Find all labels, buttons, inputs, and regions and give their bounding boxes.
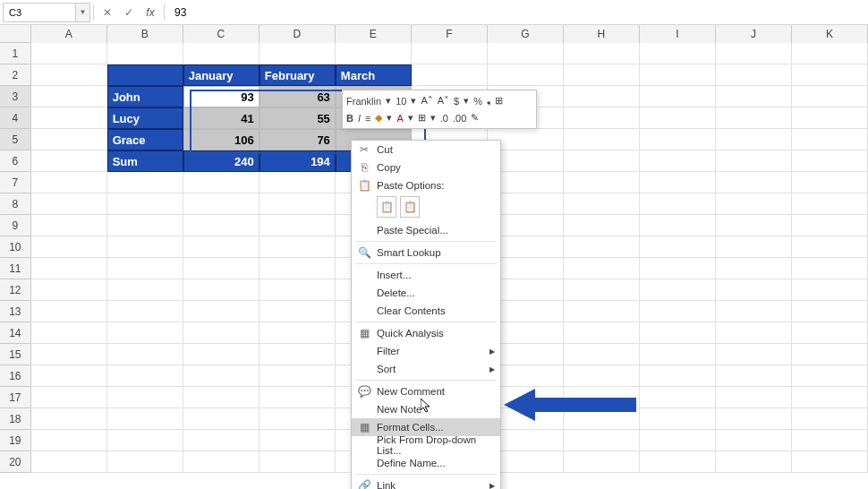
cell[interactable] xyxy=(564,236,640,258)
col-header[interactable]: I xyxy=(640,25,716,43)
cell[interactable] xyxy=(792,387,868,408)
increase-font-icon[interactable]: A˄ xyxy=(421,95,432,107)
format-painter-icon[interactable]: ✎ xyxy=(471,112,479,124)
cell[interactable] xyxy=(260,236,336,258)
col-header[interactable]: H xyxy=(564,25,640,43)
cell-header[interactable]: February xyxy=(260,64,336,86)
cell[interactable] xyxy=(183,387,260,408)
cell[interactable] xyxy=(31,408,107,430)
name-box[interactable]: C3 xyxy=(3,3,76,22)
menu-quick-analysis[interactable]: ▦Quick Analysis xyxy=(352,324,500,342)
cell[interactable] xyxy=(640,129,716,150)
comma-icon[interactable]: ❟ xyxy=(487,95,490,107)
cell[interactable] xyxy=(792,430,868,451)
paste-option-icon[interactable]: 📋 xyxy=(377,196,396,218)
cell[interactable] xyxy=(183,43,260,64)
fx-icon[interactable]: fx xyxy=(140,3,161,22)
cell[interactable] xyxy=(260,258,336,279)
cell[interactable] xyxy=(564,451,640,473)
cell[interactable] xyxy=(564,430,640,451)
col-header[interactable]: B xyxy=(107,25,183,43)
cell[interactable] xyxy=(640,387,716,408)
menu-delete[interactable]: Delete... xyxy=(352,284,500,302)
cell[interactable] xyxy=(31,279,107,301)
row-header[interactable]: 2 xyxy=(0,64,31,86)
cell[interactable] xyxy=(260,387,336,408)
cell[interactable] xyxy=(107,193,183,215)
cell[interactable] xyxy=(640,150,716,172)
cell[interactable] xyxy=(716,408,792,430)
row-header[interactable]: 8 xyxy=(0,193,31,215)
cell[interactable] xyxy=(31,64,107,86)
menu-new-note[interactable]: New Note xyxy=(352,400,500,418)
cell[interactable] xyxy=(183,172,260,193)
cell[interactable] xyxy=(792,193,868,215)
cell[interactable] xyxy=(792,107,868,129)
row-header[interactable]: 20 xyxy=(0,451,31,473)
cell[interactable] xyxy=(31,107,107,129)
menu-link[interactable]: 🔗Link▶ xyxy=(352,476,500,489)
cell[interactable] xyxy=(183,322,260,344)
cell[interactable] xyxy=(640,86,716,107)
cell[interactable] xyxy=(260,193,336,215)
cell-selected[interactable]: 55 xyxy=(260,107,336,129)
percent-icon[interactable]: % xyxy=(473,96,482,107)
cell[interactable] xyxy=(564,64,640,86)
row-header[interactable]: 18 xyxy=(0,408,31,430)
col-header[interactable]: F xyxy=(412,25,488,43)
cell[interactable] xyxy=(183,258,260,279)
enter-icon[interactable]: ✓ xyxy=(118,3,140,22)
cell[interactable] xyxy=(792,172,868,193)
cell[interactable] xyxy=(792,150,868,172)
cell[interactable] xyxy=(260,408,336,430)
cell[interactable] xyxy=(107,215,183,236)
paste-option-icon[interactable]: 📋 xyxy=(400,196,420,218)
cell[interactable] xyxy=(792,236,868,258)
cell-sum[interactable]: 240 xyxy=(183,150,260,172)
cell[interactable] xyxy=(792,43,868,64)
cell[interactable] xyxy=(564,258,640,279)
cell[interactable] xyxy=(260,43,336,64)
cell[interactable] xyxy=(107,387,183,408)
row-header[interactable]: 15 xyxy=(0,344,31,365)
cell[interactable] xyxy=(716,365,792,387)
cell[interactable] xyxy=(640,43,716,64)
cell[interactable] xyxy=(564,322,640,344)
cell[interactable] xyxy=(640,215,716,236)
decrease-font-icon[interactable]: A˅ xyxy=(438,95,449,107)
cell[interactable] xyxy=(260,301,336,322)
cell[interactable] xyxy=(260,172,336,193)
cell[interactable] xyxy=(792,365,868,387)
cell[interactable] xyxy=(564,301,640,322)
cell[interactable] xyxy=(640,301,716,322)
cell[interactable] xyxy=(564,365,640,387)
cell[interactable] xyxy=(107,236,183,258)
cell-selected[interactable]: 41 xyxy=(183,107,260,129)
cell[interactable] xyxy=(716,43,792,64)
cell[interactable] xyxy=(716,387,792,408)
cell[interactable] xyxy=(260,344,336,365)
cell-rowname[interactable]: John xyxy=(107,86,183,107)
cell[interactable] xyxy=(716,86,792,107)
cell[interactable] xyxy=(640,430,716,451)
borders-icon[interactable]: ⊞ xyxy=(418,112,426,124)
cell[interactable] xyxy=(107,430,183,451)
cell[interactable] xyxy=(716,451,792,473)
cell-header[interactable]: January xyxy=(183,64,260,86)
row-header[interactable]: 19 xyxy=(0,430,31,451)
cell[interactable] xyxy=(792,86,868,107)
bold-icon[interactable]: B xyxy=(346,113,353,124)
cell-rowname[interactable]: Sum xyxy=(107,150,183,172)
cell-selected[interactable]: 106 xyxy=(183,129,260,150)
cell[interactable] xyxy=(564,344,640,365)
row-header[interactable]: 7 xyxy=(0,172,31,193)
cell[interactable] xyxy=(564,279,640,301)
increase-decimal-icon[interactable]: .00 xyxy=(453,113,466,124)
cell[interactable] xyxy=(336,43,412,64)
cell[interactable] xyxy=(640,408,716,430)
cell[interactable] xyxy=(31,193,107,215)
row-header[interactable]: 17 xyxy=(0,387,31,408)
cell[interactable] xyxy=(792,64,868,86)
cell[interactable] xyxy=(640,344,716,365)
cell[interactable] xyxy=(640,451,716,473)
